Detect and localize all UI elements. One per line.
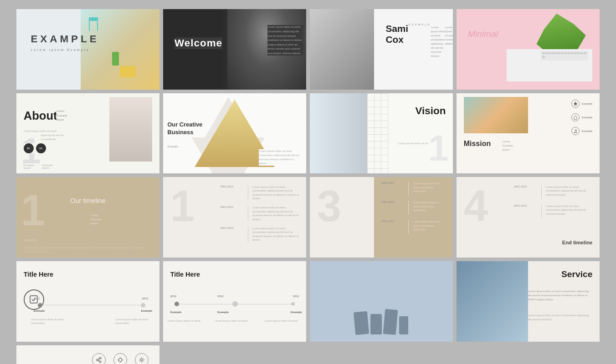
slide-vision: Vision Lorem Example Ipsum Lorem ipsum d…: [310, 93, 453, 174]
mission-lorem-col: Lorem Example Ipsum: [502, 140, 531, 152]
year-1: 2012: [34, 297, 40, 300]
slide-grid: EXAMPLE Lorem Ipsum Example Welcome Lore…: [7, 0, 609, 364]
service-photo-left: [457, 261, 528, 342]
welcome-lorem: Lorem ipsum dolor sit amet consectetur a…: [267, 25, 303, 56]
timeline-title: Our timeline: [70, 197, 106, 204]
key: [542, 52, 545, 54]
timeline-item-3: 2001-2012 Lorem ipsum dolor sit amet con…: [221, 227, 299, 242]
service-icon-settings: [135, 353, 149, 364]
svg-point-6: [140, 359, 143, 361]
timeline-3-item-3: 2001-2012 Lorem ipsum dolor sit amet con…: [381, 220, 446, 233]
welcome-heading: Welcome: [175, 37, 222, 49]
label3-1: Example: [170, 311, 182, 313]
minimal-desk-items: [507, 49, 592, 81]
year3-3: 2012: [293, 295, 299, 298]
lorem-1: Lorem ipsum dolor sit amet consectetur.: [31, 318, 71, 325]
minimal-title: Minimal: [468, 29, 498, 39]
year-2: 2013: [142, 297, 148, 300]
vision-grid-overlay: [367, 93, 389, 174]
example-subtitle: Lorem Ipsum Example: [31, 48, 89, 52]
timeline-date: 2001-2012: [24, 239, 37, 242]
timeline-end-item-2: 2001-2012 Lorem ipsum dolor sit amet con…: [514, 204, 593, 218]
tl3-divider-3: [408, 220, 409, 233]
circle-btn-8k[interactable]: 8K: [24, 143, 34, 153]
person-shape-3: [383, 309, 398, 335]
year3-1: 2012: [170, 295, 176, 298]
slide-creative-business: Our Creative Business Example Lorem ipsu…: [163, 93, 306, 174]
tl3-date-3: 2001-2012: [381, 220, 404, 222]
timeline-lorem-col: Lorem Example Ipsum: [91, 213, 101, 226]
tl-end-text-1: Lorem ipsum dolor sit amet consectetur a…: [546, 185, 592, 197]
tl-date-2: 2001-2012: [221, 206, 243, 208]
timeline-3-item-2: 2001-2012 Lorem ipsum dolor sit amet con…: [381, 201, 446, 214]
slide-mission: Mission Lorem Example Ipsum Example Exam…: [457, 93, 600, 174]
year3-2: 2012: [217, 295, 223, 298]
tl-text-2: Lorem ipsum dolor sit amet consectetur a…: [252, 206, 299, 221]
tl3-divider-2: [408, 201, 409, 214]
about-title: About: [24, 109, 57, 122]
slide-our-timeline: 1 Our timeline Lorem Example Ipsum 2001-…: [16, 177, 159, 258]
lorem3-2: Lorem ipsum dolor sit amet.: [215, 319, 252, 323]
mission-icon-label-3: Example: [582, 130, 592, 132]
mission-icon-label-1: Example: [582, 102, 592, 105]
timeline-lorem-bottom: Lorem ipsum dolor sit amet consectetur a…: [24, 246, 153, 253]
label3-2: Example: [217, 311, 229, 313]
mission-title: Mission: [464, 140, 491, 148]
timeline-end-number: 4: [464, 181, 488, 231]
tl-end-date-2: 2001-2012: [514, 204, 537, 207]
timeline-item-2: 2001-2012 Lorem ipsum dolor sit amet con…: [221, 206, 299, 221]
about-label1: Example Ipsum: [24, 164, 34, 169]
vision-big-number: 1: [428, 127, 449, 169]
tl3-divider-1: [408, 182, 409, 195]
end-timeline-label: End timeline: [562, 240, 593, 245]
timeline-big-number: 1: [21, 185, 45, 235]
profile-example-label: EXAMPLE: [408, 23, 431, 73]
profile-info: Sami Cox EXAMPLE Lorem ipsum dolor sit a…: [374, 9, 453, 90]
service-icons-row: [88, 353, 152, 364]
dot-2: [141, 303, 145, 308]
timeline-end-item-1: 2001-2012 Lorem ipsum dolor sit amet con…: [514, 185, 593, 199]
timeline-3c-row: [175, 301, 295, 307]
slide-service-photo: Service Lorem ipsum dolor sit amet conse…: [457, 261, 600, 342]
creative-lorem: Lorem ipsum dolor sit amet consectetur a…: [259, 149, 302, 166]
circle-btn-5k[interactable]: 5K: [36, 143, 46, 153]
meeting-people: [310, 261, 453, 342]
timeline-3-content: 2001-2012 Lorem ipsum dolor sit amet con…: [374, 177, 453, 243]
profile-name: Sami Cox: [385, 23, 408, 75]
tl3-text-1: Lorem ipsum dolor sit amet consectetur a…: [413, 182, 446, 193]
timeline-3-item-1: 2001-2012 Lorem ipsum dolor sit amet con…: [381, 182, 446, 195]
line-1: [42, 305, 141, 305]
profile-lorem2: Lorem ipsum dolor sit amet consectetur a…: [445, 25, 453, 75]
dot3-3: [291, 302, 295, 306]
mission-icons: Example Example Example: [571, 100, 592, 135]
slide-title-3circles: Title Here 2012 2012 2012 Example Exampl…: [163, 261, 306, 342]
slide-welcome: Welcome Lorem ipsum dolor sit amet conse…: [163, 9, 306, 90]
creative-business-title: Our Creative Business: [167, 121, 202, 136]
tl3-text-3: Lorem ipsum dolor sit amet consectetur a…: [413, 220, 446, 231]
slide-timeline-detail-1: 1 2001-2012 Lorem ipsum dolor sit amet c…: [163, 177, 306, 258]
about-circles: 8K 5K: [24, 143, 46, 153]
profile-person-image: [310, 9, 374, 90]
mission-image: [464, 97, 528, 133]
tl-date-3: 2001-2012: [221, 227, 243, 229]
slide-timeline-detail-3: 3 2001-2012 Lorem ipsum dolor sit amet c…: [310, 177, 453, 258]
person-shape-1: [354, 311, 369, 335]
tl-end-text-2: Lorem ipsum dolor sit amet consectetur a…: [546, 204, 592, 216]
slide-title-2circles: Title Here 2012 2013 Example Example Lor…: [16, 261, 159, 342]
lorem-2: Lorem ipsum dolor sit amet consectetur.: [115, 318, 155, 325]
timeline-lines-1: 2001-2012 Lorem ipsum dolor sit amet con…: [221, 185, 299, 249]
mission-icon-row-2: Example: [571, 113, 592, 121]
tl3-date-2: 2001-2012: [381, 201, 404, 203]
tl-text-3: Lorem ipsum dolor sit amet consectetur a…: [252, 227, 299, 242]
person-shape-4: [399, 316, 408, 334]
mission-icon-label-2: Example: [582, 116, 592, 119]
profile-lorem1: Lorem ipsum dolor sit amet consectetur a…: [431, 25, 445, 75]
title-here-3c: Title Here: [170, 271, 200, 278]
dot3-1: [175, 302, 179, 306]
about-person-image: [109, 97, 152, 161]
about-lorem-col: Lorem Example Ipsum: [56, 109, 67, 122]
slide-meeting-photo: [310, 261, 453, 342]
plant-decoration: [112, 52, 119, 66]
slide-example: EXAMPLE Lorem Ipsum Example: [16, 9, 159, 90]
chair-decoration: [120, 66, 136, 77]
